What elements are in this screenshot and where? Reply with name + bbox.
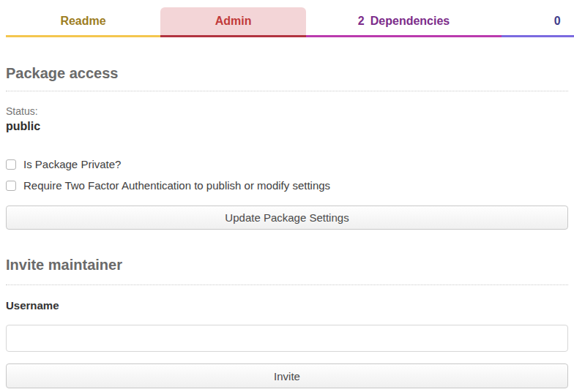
tab-dependents-count: 0 bbox=[554, 15, 561, 28]
package-tabs: Readme Admin 2 Dependencies 0 bbox=[0, 7, 574, 37]
is-package-private-checkbox[interactable] bbox=[6, 159, 16, 170]
is-package-private-label: Is Package Private? bbox=[23, 158, 121, 170]
package-access-heading: Package access bbox=[6, 64, 568, 82]
tab-dependencies-label: Dependencies bbox=[370, 15, 450, 28]
tab-admin[interactable]: Admin bbox=[160, 7, 306, 37]
section-divider bbox=[6, 284, 568, 285]
section-divider bbox=[6, 91, 568, 91]
is-package-private-row[interactable]: Is Package Private? bbox=[6, 158, 568, 170]
tab-readme-label: Readme bbox=[60, 15, 105, 28]
invite-button[interactable]: Invite bbox=[6, 363, 568, 388]
status-label: Status: bbox=[6, 105, 568, 118]
username-label: Username bbox=[6, 299, 568, 312]
tab-dependents[interactable]: 0 bbox=[502, 7, 574, 37]
tabs-row: Readme Admin 2 Dependencies 0 bbox=[0, 7, 574, 37]
require-2fa-label: Require Two Factor Authentication to pub… bbox=[23, 179, 330, 192]
tab-dependencies[interactable]: 2 Dependencies bbox=[306, 7, 502, 37]
status-value: public bbox=[6, 119, 568, 134]
tab-admin-label: Admin bbox=[215, 15, 252, 28]
admin-panel: Package access Status: public Is Package… bbox=[0, 64, 574, 388]
update-package-settings-button[interactable]: Update Package Settings bbox=[6, 206, 568, 230]
username-input[interactable] bbox=[6, 325, 568, 352]
invite-maintainer-heading: Invite maintainer bbox=[6, 256, 568, 274]
tab-readme[interactable]: Readme bbox=[6, 7, 160, 37]
require-2fa-checkbox[interactable] bbox=[6, 181, 16, 191]
dependencies-count-badge: 2 bbox=[358, 15, 365, 28]
require-2fa-row[interactable]: Require Two Factor Authentication to pub… bbox=[6, 179, 568, 192]
